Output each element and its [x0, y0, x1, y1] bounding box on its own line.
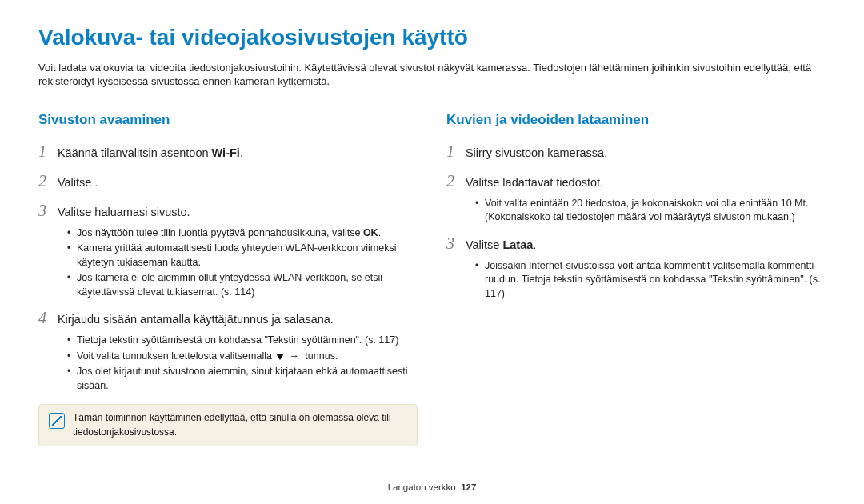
bullet: Jos olet kirjautunut sivustoon aiemmin, …	[67, 365, 418, 393]
right-heading: Kuvien ja videoiden lataaminen	[446, 111, 826, 130]
note-box: Tämän toiminnon käyttäminen edellyttää, …	[38, 404, 418, 446]
right-step-3: 3 Valitse Lataa.	[446, 233, 826, 254]
step-text: Siirry sivustoon kamerassa.	[466, 146, 607, 159]
right-step-2: 2 Valitse ladattavat tiedostot.	[446, 170, 826, 192]
right-col: Kuvien ja videoiden lataaminen 1 Siirry …	[446, 103, 826, 446]
step-text: Valitse Lataa.	[466, 238, 536, 251]
arrow-right-icon: →	[289, 350, 299, 364]
note-icon	[49, 413, 65, 429]
step-text: Valitse haluamasi sivusto.	[58, 206, 190, 218]
step-num: 3	[38, 200, 54, 222]
bullet: Jos näyttöön tulee tilin luontia pyytävä…	[67, 226, 418, 241]
columns: Sivuston avaaminen 1 Käännä tilanvalitsi…	[38, 103, 826, 446]
page-number: 127	[461, 482, 476, 492]
note-text: Tämän toiminnon käyttäminen edellyttää, …	[73, 411, 407, 439]
left-step-3: 3 Valitse haluamasi sivusto.	[38, 200, 418, 222]
page-footer: Langaton verkko 127	[0, 482, 864, 494]
bullet: Kamera yrittää automaattisesti luoda yht…	[67, 242, 418, 270]
intro-paragraph: Voit ladata valokuvia tai videoita tiedo…	[38, 61, 826, 89]
step-text: Käännä tilanvalitsin asentoon Wi-Fi.	[58, 146, 243, 159]
step-num: 2	[446, 170, 462, 192]
bullet: Voit valita tunnuksen luettelosta valits…	[67, 350, 418, 364]
step-num: 1	[446, 141, 462, 162]
wifi-icon-label: Wi-Fi	[212, 146, 240, 159]
page-title: Valokuva- tai videojakosivustojen käyttö	[38, 22, 826, 53]
step-num: 1	[38, 141, 54, 162]
bullet: Voit valita enintään 20 tiedostoa, ja ko…	[475, 197, 826, 225]
right-step-1: 1 Siirry sivustoon kamerassa.	[446, 141, 826, 162]
left-step-2: 2 Valitse .	[38, 170, 418, 192]
right-step-2-bullets: Voit valita enintään 20 tiedostoa, ja ko…	[475, 197, 826, 225]
left-step-3-bullets: Jos näyttöön tulee tilin luontia pyytävä…	[67, 226, 418, 300]
bullet: Jos kamera ei ole aiemmin ollut yhteydes…	[67, 271, 418, 299]
step-text: Kirjaudu sisään antamalla käyttäjätunnus…	[58, 313, 334, 326]
step-num: 4	[38, 307, 54, 329]
document-page: Valokuva- tai videojakosivustojen käyttö…	[0, 0, 864, 504]
step-text: Valitse .	[58, 176, 98, 189]
step-num: 2	[38, 170, 54, 192]
step-num: 3	[446, 233, 462, 254]
step-text: Valitse ladattavat tiedostot.	[466, 176, 603, 189]
bullet: Tietoja tekstin syöttämisestä on kohdass…	[67, 334, 418, 348]
chevron-down-icon	[276, 354, 284, 360]
bullet: Joissakin Internet-sivustoissa voit anta…	[475, 259, 826, 302]
left-step-4-bullets: Tietoja tekstin syöttämisestä on kohdass…	[67, 334, 418, 393]
left-step-1: 1 Käännä tilanvalitsin asentoon Wi-Fi.	[38, 141, 418, 162]
left-col: Sivuston avaaminen 1 Käännä tilanvalitsi…	[38, 103, 418, 446]
right-step-3-bullets: Joissakin Internet-sivustoissa voit anta…	[475, 259, 826, 302]
footer-section: Langaton verkko	[388, 482, 456, 492]
left-step-4: 4 Kirjaudu sisään antamalla käyttäjätunn…	[38, 307, 418, 329]
left-heading: Sivuston avaaminen	[38, 111, 418, 130]
